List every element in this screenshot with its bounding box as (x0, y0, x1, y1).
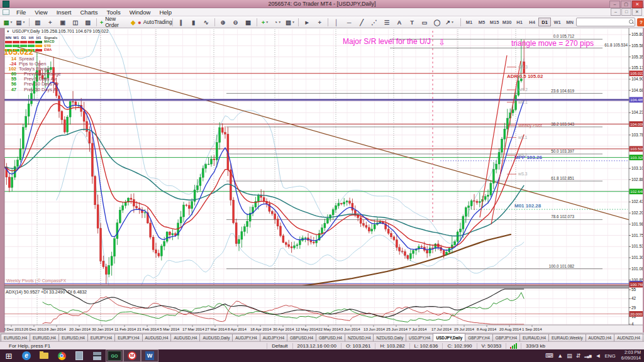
chart-tab-euraud-h4[interactable]: EURAUD,H4 (519, 334, 549, 341)
mdi-close-button[interactable]: ✕ (632, 8, 642, 16)
indicators-button[interactable]: +▼ (258, 18, 271, 27)
svg-text:13 Jun 2014: 13 Jun 2014 (364, 327, 386, 331)
strategy-tester-button[interactable]: ▨ (82, 18, 94, 27)
cursor-icon: ► (304, 19, 310, 26)
network-icon[interactable]: ▂▄▆ (584, 354, 591, 358)
chart-tab-audnzd-h4[interactable]: AUDNZD,H4 (586, 334, 615, 341)
taskbar-internet-explorer-button[interactable]: e (18, 350, 35, 361)
chart-tab-usdjpy-h4[interactable]: USDJPY,H4 (406, 334, 433, 341)
navigator-button[interactable]: ▣ (57, 18, 69, 27)
chart-tab-eurjpy-h4[interactable]: EURJPY,H4 (114, 334, 142, 341)
taskbar-mt4-button[interactable]: M (124, 350, 140, 361)
chart-tab-usdjpy-daily[interactable]: USDJPY,Daily (433, 333, 465, 341)
language-indicator[interactable]: ENG (605, 353, 616, 359)
chart-tab-audusd-h4[interactable]: AUDUSD,H4 (170, 334, 200, 341)
horizontal-line-button[interactable]: ─ (343, 18, 355, 27)
search-input[interactable] (576, 18, 635, 26)
menu-tools[interactable]: Tools (102, 9, 125, 16)
timeframe-m5[interactable]: M5 (475, 18, 488, 26)
chart-tab-audjpy-h4[interactable]: AUDJPY,H4 (232, 334, 260, 341)
chart-tab-gbpjpy-h4[interactable]: GBPJPY,H4 (465, 334, 492, 341)
chart-tab-nzdusd-h4[interactable]: NZDUSD,H4 (345, 334, 374, 341)
cursor-button[interactable]: ► (301, 18, 313, 27)
status-segment: V: 50353 (477, 343, 506, 349)
line-chart-button[interactable]: ∿ (200, 18, 213, 27)
menu-window[interactable]: Window (125, 9, 155, 16)
chart-tab-eurjpy-h4[interactable]: EURJPY,H4 (87, 334, 115, 341)
chart-tab-eurusd-h4[interactable]: EURUSD,H4 (1, 334, 30, 341)
terminal-button[interactable]: ◫ (69, 18, 82, 27)
taskbar-desktop-tiles-button[interactable] (89, 350, 105, 361)
arrows-button[interactable]: ↗▼ (443, 18, 456, 27)
chart-tab-gbpusd-h4[interactable]: GBPUSD,H4 (287, 334, 316, 341)
crosshair-button[interactable]: + (313, 18, 326, 27)
main-chart[interactable]: 0.0 105.71261.8 105.53423.6 104.61938.2 … (0, 28, 644, 332)
chart-tab-nzdusd-daily[interactable]: NZDUSD,Daily (373, 334, 406, 341)
taskbar-word-button[interactable]: W (142, 350, 158, 361)
panel-splitter[interactable] (0, 286, 644, 288)
rectangle-button[interactable]: ▭ (418, 18, 431, 27)
chart-tab-euraud-weekly[interactable]: EURAUD,Weekly (548, 334, 586, 341)
chart-tab-audnzd-h4[interactable]: AUDNZD,H4 (614, 334, 643, 341)
timeframe-mn[interactable]: MN (564, 18, 576, 26)
label-button[interactable]: T (406, 18, 418, 27)
minimize-button[interactable]: – (609, 1, 620, 8)
taskbar-clock[interactable]: 2:03 PM 6/09/2014 (621, 350, 641, 361)
action-center-icon[interactable]: ⇵ (576, 353, 581, 359)
help-icon[interactable]: ? (637, 18, 644, 26)
timeframe-d1[interactable]: D1 (538, 18, 551, 26)
zoom-out-button[interactable]: ⊖ (230, 18, 242, 27)
chart-tab-eurusd-h4[interactable]: EURUSD,H4 (58, 334, 88, 341)
zoom-in-button[interactable]: ⊕ (217, 18, 230, 27)
periods-button[interactable]: ◔▼ (271, 18, 284, 27)
new-chart-button[interactable]: ▦▼ (2, 18, 14, 27)
timeframe-h4[interactable]: H4 (526, 18, 538, 26)
menu-view[interactable]: View (30, 9, 52, 16)
window-title: 2056574: Go Trader MT4 - [USDJPY,Daily] (0, 1, 644, 7)
close-button[interactable]: ✕ (632, 1, 643, 8)
text-button[interactable]: A (393, 18, 406, 27)
trendline-button[interactable]: ╱ (355, 18, 368, 27)
autotrading-button[interactable]: ●AutoTrading (140, 18, 170, 27)
taskbar-go-trader-button[interactable]: GO (106, 350, 123, 361)
menu-charts[interactable]: Charts (76, 9, 103, 16)
menu-insert[interactable]: Insert (52, 9, 76, 16)
data-window-button[interactable]: + (44, 18, 57, 27)
taskbar-chrome-button[interactable] (53, 350, 70, 361)
tray-expand-icon[interactable]: ▲ (557, 353, 563, 359)
menu-file[interactable]: File (12, 9, 30, 16)
templates-button[interactable]: ▧▼ (284, 18, 296, 27)
taskbar-file-explorer-button[interactable] (36, 350, 52, 361)
menu-help[interactable]: Help (155, 9, 176, 16)
candlestick-button[interactable]: ▮ (187, 18, 200, 27)
taskbar-start-button[interactable]: ⊞ (1, 350, 17, 361)
timeframe-h1[interactable]: H1 (513, 18, 526, 26)
tile-windows-button[interactable]: ▦ (242, 18, 255, 27)
fibonacci-button[interactable]: ☰ (380, 18, 393, 27)
chart-tab-audusd-daily[interactable]: AUDUSD,Daily (199, 334, 233, 341)
timeframe-m15[interactable]: M15 (488, 18, 501, 26)
maximize-button[interactable]: ▢ (621, 1, 631, 8)
new-order-button[interactable]: +New Order (99, 18, 127, 27)
volume-icon[interactable]: ◄ (596, 353, 601, 359)
chart-tab-audusd-h4[interactable]: AUDUSD,H4 (142, 334, 172, 341)
timeframe-w1[interactable]: W1 (551, 18, 564, 26)
taskbar-calculator-button[interactable] (71, 350, 87, 361)
timeframe-m1[interactable]: M1 (463, 18, 475, 26)
vertical-line-button[interactable]: │ (330, 18, 343, 27)
mdi-restore-button[interactable]: □ (621, 8, 631, 16)
market-watch-button[interactable]: ▥ (31, 18, 44, 27)
timeframe-m30[interactable]: M30 (501, 18, 513, 26)
price-axis[interactable]: 105.805105.580105.355105.130104.905104.6… (629, 28, 644, 326)
profiles-button[interactable]: ▤▼ (14, 18, 27, 27)
chart-tab-gbpusd-h4[interactable]: GBPUSD,H4 (316, 334, 345, 341)
chart-tab-eurusd-h4[interactable]: EURUSD,H4 (30, 334, 59, 341)
channel-button[interactable]: ⋰ (368, 18, 380, 27)
monitor-icon[interactable]: ▤ (567, 353, 572, 359)
chart-tab-audjpy-h4[interactable]: AUDJPY,H4 (260, 334, 287, 341)
bar-chart-button[interactable]: ∥ (175, 18, 187, 27)
chart-tab-gbpjpy-h4[interactable]: GBPJPY,H4 (492, 334, 520, 341)
mdi-minimize-button[interactable]: – (611, 8, 621, 16)
keyboard-icon[interactable]: ⌨ (545, 353, 553, 359)
ellipse-button[interactable]: ◯ (431, 18, 443, 27)
